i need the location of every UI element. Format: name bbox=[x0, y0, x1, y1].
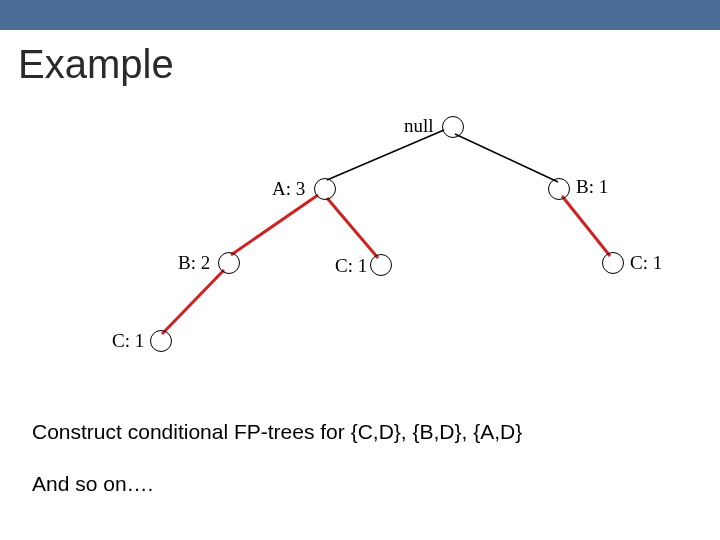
slide-body-line-2: And so on…. bbox=[32, 472, 153, 496]
node-c1m-circle bbox=[370, 254, 392, 276]
fp-tree-nodes: null A: 3 B: 1 B: 2 C: 1 C: 1 C: 1 bbox=[0, 0, 720, 540]
node-b1-circle bbox=[548, 178, 570, 200]
node-b2-circle bbox=[218, 252, 240, 274]
node-c1m-label: C: 1 bbox=[335, 255, 367, 277]
node-null-circle bbox=[442, 116, 464, 138]
node-a3-circle bbox=[314, 178, 336, 200]
node-c1r-circle bbox=[602, 252, 624, 274]
node-c1l-label: C: 1 bbox=[112, 330, 144, 352]
node-null-label: null bbox=[404, 115, 434, 137]
node-c1l-circle bbox=[150, 330, 172, 352]
node-b1-label: B: 1 bbox=[576, 176, 608, 198]
node-c1r-label: C: 1 bbox=[630, 252, 662, 274]
slide-body-line-1: Construct conditional FP-trees for {C,D}… bbox=[32, 420, 522, 444]
node-b2-label: B: 2 bbox=[178, 252, 210, 274]
node-a3-label: A: 3 bbox=[272, 178, 305, 200]
